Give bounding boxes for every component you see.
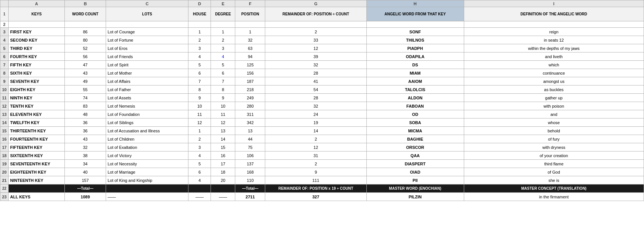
house-val: 4 (188, 52, 211, 61)
remainder-val: 28 (265, 69, 366, 77)
table-row[interactable]: 7 FIFTH KEY 47 Lot of Spirit 5 5 125 32 … (0, 61, 644, 69)
table-row[interactable]: 5 THIRD KEY 52 Lot of Eros 3 3 63 12 PIA… (0, 44, 644, 52)
row-num-23: 23 (0, 193, 9, 201)
angelic-word: PIADPH (366, 44, 464, 52)
degree-val: 12 (211, 118, 235, 127)
table-row[interactable]: 4 SECOND KEY 80 Lot of Fortune 2 2 32 33… (0, 36, 644, 44)
table-row[interactable]: 11 NINTH KEY 74 Lot of Assets 9 9 249 28… (0, 94, 644, 102)
house-val: 10 (188, 102, 211, 110)
table-row[interactable]: 21 NINTEENTH KEY 157 Lot of King and Kin… (0, 176, 644, 184)
definition-val: and (464, 110, 644, 118)
definition-val: continuance (464, 69, 644, 77)
position-val: 63 (235, 44, 265, 52)
house-val: 5 (188, 61, 211, 69)
corner-cell (0, 0, 9, 7)
row-num: 6 (0, 52, 9, 61)
definition-val: which (464, 61, 644, 69)
header-position: POSITION (235, 7, 265, 21)
word-count: 55 (65, 86, 106, 94)
definition-val: and liveth (464, 52, 644, 61)
totals-h: MASTER WORD (ENOCHIAN) (366, 184, 464, 193)
row-num: 16 (0, 135, 9, 143)
table-row[interactable]: 13 ELEVENTH KEY 48 Lot of Foundation 11 … (0, 110, 644, 118)
allkeys-i: in the firmament (464, 193, 644, 201)
table-row[interactable]: 16 FOURTEENTH KEY 43 Lot of Children 2 1… (0, 135, 644, 143)
col-header-i[interactable]: I (464, 0, 644, 7)
position-val: 311 (235, 110, 265, 118)
key-name: FIFTH KEY (9, 61, 65, 69)
table-row[interactable]: 20 EIGHTEENTH KEY 40 Lot of Marriage 6 1… (0, 168, 644, 176)
totals-b: —Total— (65, 184, 106, 193)
position-val: 125 (235, 61, 265, 69)
table-row[interactable]: 14 TWELFTH KEY 36 Lot of Siblings 12 12 … (0, 118, 644, 127)
house-val: 1 (188, 127, 211, 135)
key-name: NINTH KEY (9, 94, 65, 102)
remainder-val: 54 (265, 86, 366, 94)
key-name: EIGHTH KEY (9, 86, 65, 94)
word-count: 52 (65, 44, 106, 52)
key-name: SIXTEENTH KEY (9, 152, 65, 160)
table-row[interactable]: 6 FOURTH KEY 56 Lot of Friends 4 4 94 39… (0, 52, 644, 61)
row-num-22: 22 (0, 184, 9, 193)
word-count: 157 (65, 176, 106, 184)
position-val: 44 (235, 135, 265, 143)
table-row[interactable]: 18 SIXTEENTH KEY 38 Lot of Victory 4 16 … (0, 152, 644, 160)
col-header-c[interactable]: C (106, 0, 188, 7)
table-row[interactable]: 3 FIRST KEY 86 Lot of Courage 1 1 1 2 SO… (0, 28, 644, 36)
totals-f: —Total— (235, 184, 265, 193)
col-header-b[interactable]: B (65, 0, 106, 7)
position-val: 156 (235, 69, 265, 77)
definition-val: as buckles (464, 86, 644, 94)
table-row[interactable]: 12 TENTH KEY 83 Lot of Nemesis 10 10 280… (0, 102, 644, 110)
angelic-word: PII (366, 176, 464, 184)
word-count: 43 (65, 69, 106, 77)
house-val: 9 (188, 94, 211, 102)
word-count: 47 (65, 61, 106, 69)
angelic-word: MIAM (366, 69, 464, 77)
key-name: THIRD KEY (9, 44, 65, 52)
row-num: 15 (0, 127, 9, 135)
word-count: 86 (65, 28, 106, 36)
col-header-e[interactable]: E (211, 0, 235, 7)
angelic-word: ALDON (366, 94, 464, 102)
table-row[interactable]: 9 SEVENTH KEY 49 Lot of Affairs 7 7 187 … (0, 77, 644, 86)
table-row[interactable]: 17 FIFTEENTH KEY 32 Lot of Exaltation 3 … (0, 143, 644, 152)
definition-val: she is (464, 176, 644, 184)
table-row[interactable]: 10 EIGHTH KEY 55 Lot of Father 8 8 218 5… (0, 86, 644, 94)
word-count: 56 (65, 52, 106, 61)
angelic-word: ORSCOR (366, 143, 464, 152)
angelic-word: MICMA (366, 127, 464, 135)
word-count: 36 (65, 118, 106, 127)
definition-val: within the depths of my jaws (464, 44, 644, 52)
row-num: 14 (0, 118, 9, 127)
row-num: 17 (0, 143, 9, 152)
col-header-h[interactable]: H (366, 0, 464, 7)
key-name: EIGHTEENTH KEY (9, 168, 65, 176)
row-num: 20 (0, 168, 9, 176)
house-val: 2 (188, 36, 211, 44)
degree-val: 20 (211, 176, 235, 184)
position-val: 106 (235, 152, 265, 160)
totals-e (211, 184, 235, 193)
degree-val: 1 (211, 28, 235, 36)
table-row[interactable]: 19 SEVENTEENTH KEY 34 Lot of Necessity 5… (0, 160, 644, 168)
angelic-word: AAIOM (366, 77, 464, 86)
remainder-val: 111 (265, 176, 366, 184)
col-header-a[interactable]: A (9, 0, 65, 7)
table-row[interactable]: 15 THIRTEENTH KEY 36 Lot of Accusation a… (0, 127, 644, 135)
table-row[interactable]: 8 SIXTH KEY 43 Lot of Mother 6 6 156 28 … (0, 69, 644, 77)
header-definition: DEFINITION OF THE ANGELIC WORD (464, 7, 644, 21)
position-val: 110 (235, 176, 265, 184)
col-header-f[interactable]: F (235, 0, 265, 7)
remainder-val: 28 (265, 94, 366, 102)
row-num: 8 (0, 69, 9, 77)
definition-val: with poison (464, 102, 644, 110)
degree-val: 18 (211, 168, 235, 176)
lot-name: Lot of Friends (106, 52, 188, 61)
col-header-d[interactable]: D (188, 0, 211, 7)
angelic-word: TALOLCIS (366, 86, 464, 94)
definition-val: whose (464, 118, 644, 127)
col-header-g[interactable]: G (265, 0, 366, 7)
totals-d (188, 184, 211, 193)
key-name: TWELFTH KEY (9, 118, 65, 127)
